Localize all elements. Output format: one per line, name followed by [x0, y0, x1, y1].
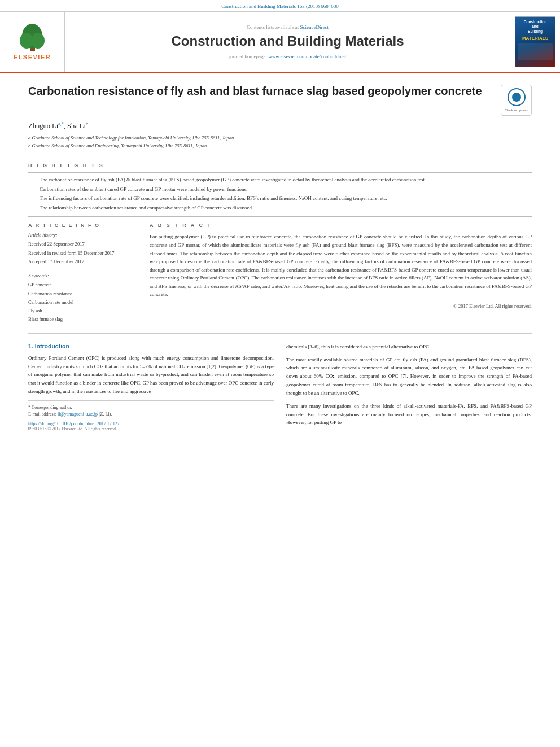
highlights-label: H I G H L I G H T S — [28, 163, 532, 168]
email-address[interactable]: li@yamaguchi-u.ac.jp — [58, 412, 98, 417]
article-accepted: Accepted 17 December 2017 — [28, 257, 130, 266]
divider-highlights-top — [28, 172, 532, 173]
author-a-name: Zhuguo Li — [28, 122, 58, 130]
body-para-4: There are many investigations on the thr… — [286, 402, 532, 427]
sciencedirect-link[interactable]: ScienceDirect — [300, 24, 329, 30]
article-history-label: Article history: — [28, 232, 130, 238]
highlight-item-3: The influencing factors of carbonation r… — [33, 195, 532, 203]
rights-line: 0950-0618/© 2017 Elsevier Ltd. All right… — [28, 426, 274, 431]
journal-ref-bar: Construction and Building Materials 163 … — [0, 0, 560, 12]
cover-materials: MATERIALS — [522, 36, 548, 41]
section1-heading: 1. Introduction — [28, 343, 274, 350]
affiliation-b: b Graduate School of Science and Enginee… — [28, 142, 532, 150]
keywords-label: Keywords: — [28, 273, 130, 278]
abstract-col: A B S T R A C T For putting geopolymer (… — [150, 222, 532, 324]
affiliation-a: a Graduate School of Science and Technol… — [28, 134, 532, 142]
check-badge-label: Check for updates — [505, 108, 528, 112]
article-info-abstract-row: A R T I C L E I N F O Article history: R… — [28, 222, 532, 324]
body-para-3: The most readily available source materi… — [286, 356, 532, 397]
cover-title-line2: and — [532, 24, 539, 29]
journal-header: ELSEVIER Contents lists available at Sci… — [0, 12, 560, 73]
journal-cover-area: Construction and Building MATERIALS — [510, 12, 560, 72]
article-info-col: A R T I C L E I N F O Article history: R… — [28, 222, 138, 324]
article-body: Carbonation resistance of fly ash and bl… — [0, 73, 560, 442]
corresponding-label: * Corresponding author. — [28, 405, 72, 410]
divider-1 — [28, 158, 532, 158]
body-para-1: Ordinary Portland Cement (OPC) is produc… — [28, 354, 274, 396]
homepage-url[interactable]: www.elsevier.com/locate/conbuildmat — [268, 54, 346, 59]
highlight-item-1: The carbonation resistance of fly ash (F… — [33, 176, 532, 184]
article-revised: Received in revised form 15 December 201… — [28, 249, 130, 257]
article-info-section-label: A R T I C L E I N F O — [28, 222, 130, 228]
keyword-1: GP concrete — [28, 281, 130, 289]
journal-main-title: Construction and Building Materials — [171, 33, 404, 49]
author-a-super: a,* — [58, 121, 64, 126]
keyword-5: Blast furnace slag — [28, 315, 130, 324]
check-for-updates-badge: Check for updates — [501, 85, 532, 116]
keyword-4: Fly ash — [28, 307, 130, 315]
svg-point-3 — [31, 33, 45, 49]
elsevier-logo-area: ELSEVIER — [0, 12, 65, 72]
body-col-right: chemicals [3–6], thus it is considered a… — [286, 343, 532, 432]
email-suffix: (Z. Li). — [99, 412, 112, 417]
elsevier-tree-icon — [14, 24, 51, 52]
journal-homepage: journal homepage: www.elsevier.com/locat… — [229, 54, 346, 59]
author-b-name: , Sha Li — [64, 122, 86, 130]
sciencedirect-info: Contents lists available at ScienceDirec… — [247, 24, 329, 30]
check-badge-circle — [508, 88, 526, 106]
body-col-left: 1. Introduction Ordinary Portland Cement… — [28, 343, 274, 432]
body-para-2: chemicals [3–6], thus it is considered a… — [286, 343, 532, 351]
copyright-line: © 2017 Elsevier Ltd. All rights reserved… — [150, 303, 532, 309]
article-title: Carbonation resistance of fly ash and bl… — [28, 84, 493, 98]
doi-line: https://doi.org/10.1016/j.conbuildmat.20… — [28, 420, 274, 426]
journal-title-center: Contents lists available at ScienceDirec… — [65, 12, 510, 72]
elsevier-wordmark: ELSEVIER — [14, 54, 51, 60]
body-two-col: 1. Introduction Ordinary Portland Cement… — [28, 343, 532, 432]
abstract-label: A B S T R A C T — [150, 222, 532, 228]
keyword-3: Carbonation rate model — [28, 298, 130, 307]
corresponding-author-note: * Corresponding author. — [28, 404, 274, 411]
cover-title-line3: Building — [528, 29, 542, 34]
email-label: E-mail address: — [28, 412, 58, 417]
highlights-list: The carbonation resistance of fly ash (F… — [28, 176, 532, 212]
highlight-item-4: The relationship between carbonation res… — [33, 204, 532, 212]
journal-cover-box: Construction and Building MATERIALS — [515, 16, 555, 67]
authors-line: Zhuguo Lia,*, Sha Lib — [28, 121, 532, 130]
doi-link[interactable]: https://doi.org/10.1016/j.conbuildmat.20… — [28, 421, 120, 426]
body-divider — [28, 333, 532, 334]
author-b-super: b — [86, 121, 88, 126]
highlight-item-2: Carbonation rates of the ambient cured G… — [33, 186, 532, 194]
keyword-2: Carbonation resistance — [28, 290, 130, 298]
email-line: E-mail address: li@yamaguchi-u.ac.jp (Z.… — [28, 411, 274, 418]
cover-title-line1: Construction — [524, 20, 546, 24]
affiliations: a Graduate School of Science and Technol… — [28, 134, 532, 150]
footnote-section: * Corresponding author. E-mail address: … — [28, 400, 274, 431]
abstract-text: For putting geopolymer (GP) to practical… — [150, 233, 532, 299]
divider-highlights-bottom — [28, 216, 532, 217]
article-received: Received 22 September 2017 — [28, 240, 130, 248]
